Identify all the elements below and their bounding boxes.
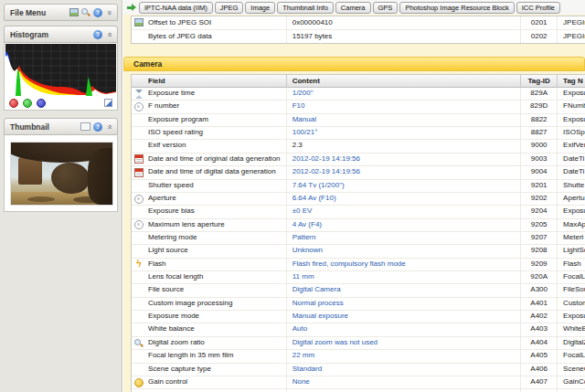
search-icon[interactable] — [81, 8, 90, 17]
help-icon[interactable]: ? — [93, 122, 102, 132]
magnifier-icon — [134, 339, 144, 348]
field-label: Exposure mode — [148, 312, 199, 320]
tag-id: 9000 — [521, 140, 558, 152]
tag-id: 9202 — [521, 193, 558, 205]
field-label: Exposure program — [148, 115, 208, 123]
camera-table: Field Content Tag-ID Tag N Exposure time… — [131, 74, 585, 392]
blue-channel-toggle[interactable] — [37, 99, 46, 108]
column-header-tag-id[interactable]: Tag-ID — [521, 75, 558, 88]
table-row[interactable]: Exif version2.39000ExifVer — [132, 140, 585, 153]
tag-name: Custom — [558, 298, 585, 310]
chevron-up-icon[interactable]: » — [105, 122, 114, 131]
field-label: Exposure bias — [148, 207, 195, 215]
chevron-down-icon[interactable]: » — [105, 8, 114, 16]
thumbnail-image[interactable] — [10, 142, 113, 206]
help-icon[interactable]: ? — [93, 8, 102, 17]
field-label: Metering mode — [148, 233, 197, 241]
photo-right-rock — [88, 148, 113, 205]
table-row[interactable]: Exposure programManual8822Exposu — [132, 114, 585, 127]
tab-camera[interactable]: Camera — [335, 2, 371, 14]
table-row[interactable]: Date and time of digital data generation… — [132, 166, 585, 179]
tag-name: FileSou — [558, 284, 585, 296]
table-row[interactable]: Light sourceUnknown9208LightSo — [132, 245, 585, 258]
tag-name: SceneC — [558, 364, 585, 376]
tag-name: Shutte — [558, 180, 585, 192]
table-row[interactable]: ISO speed rating100/21°8827ISOSpe — [132, 127, 585, 140]
table-row[interactable]: Digital zoom ratioDigital zoom was not u… — [132, 337, 585, 350]
tag-id: 9201 — [521, 180, 558, 192]
field-label: Light source — [148, 246, 188, 254]
field-value: 2.3 — [287, 140, 522, 152]
column-header-field[interactable]: Field — [132, 75, 287, 88]
red-channel-toggle[interactable] — [9, 99, 18, 108]
tag-id: 9209 — [521, 259, 558, 270]
jpeg-info-table: Offset to JPEG SOI0x000004100201JPEGInBy… — [131, 16, 585, 44]
histogram-plot — [5, 44, 116, 96]
table-row[interactable]: File sourceDigital CameraA300FileSou — [132, 284, 585, 297]
tag-name: Exposu — [558, 311, 585, 323]
field-value: Auto — [287, 323, 522, 335]
sidebar: File Menu ? » Histogram ? » — [0, 0, 122, 392]
green-channel-toggle[interactable] — [23, 99, 32, 108]
tag-name: Exposu — [558, 206, 585, 217]
histogram-panel-header[interactable]: Histogram ? » — [4, 26, 118, 43]
tab-thumbnail-info[interactable]: Thumbnail Info — [277, 2, 334, 14]
tab-bar: IPTC-NAA data (IIM)JPEGImageThumbnail In… — [123, 0, 585, 15]
table-row[interactable]: Lens focal length11 mm920AFocalL — [132, 271, 585, 284]
chevron-up-icon[interactable]: » — [105, 30, 114, 38]
tab-photoshop-image-resource-block[interactable]: Photoshop Image Resource Block — [399, 2, 514, 14]
file-menu-panel-header[interactable]: File Menu ? » — [4, 4, 118, 21]
table-row[interactable]: Focal length in 35 mm film22 mmA405Focal… — [132, 350, 585, 363]
table-row[interactable]: Offset to JPEG SOI0x000004100201JPEGIn — [132, 16, 585, 30]
image-icon[interactable] — [69, 8, 79, 16]
tag-name: ExifVer — [558, 140, 585, 152]
field-value: 100/21° — [287, 127, 522, 139]
aperture-icon — [134, 195, 144, 204]
column-header-content[interactable]: Content — [287, 75, 522, 88]
chart-icon[interactable] — [104, 99, 112, 107]
frame-icon[interactable] — [80, 122, 90, 131]
table-row[interactable]: Date and time of original data generatio… — [132, 154, 585, 166]
tab-gps[interactable]: GPS — [373, 2, 399, 14]
tag-name: DigitalZ — [558, 337, 585, 349]
table-row[interactable]: ϟFlashFlash fired, compulsory flash mode… — [132, 259, 585, 271]
help-icon[interactable]: ? — [93, 30, 102, 39]
table-row[interactable]: Metering modePattern9207Meteri — [132, 232, 585, 245]
hourglass-icon — [134, 90, 144, 99]
tag-name: FocalL — [558, 271, 585, 283]
table-row[interactable]: Shutter speed7.64 Tv (1/200")9201Shutte — [132, 180, 585, 193]
tag-id: 8822 — [521, 114, 558, 126]
table-row[interactable]: Exposure modeManual exposureA402Exposu — [132, 311, 585, 323]
field-value: Manual exposure — [287, 311, 522, 323]
column-header-tag-name[interactable]: Tag N — [558, 75, 585, 88]
table-row[interactable]: Maximum lens aperture4 Av (F4)9205MaxAp — [132, 219, 585, 232]
table-row[interactable]: Aperture6.64 Av (F10)9202Apertu — [132, 193, 585, 206]
camera-section-header[interactable]: Camera — [123, 57, 585, 71]
table-row[interactable]: Scene capture typeStandardA406SceneC — [132, 364, 585, 376]
thumbnail-panel-header[interactable]: Thumbnail ? » — [4, 118, 118, 135]
field-label: White balance — [148, 324, 195, 333]
tab-icc-profile[interactable]: ICC Profile — [516, 2, 560, 14]
tab-iptc-naa-data-iim[interactable]: IPTC-NAA data (IIM) — [139, 2, 213, 14]
tab-jpeg[interactable]: JPEG — [215, 2, 244, 14]
tag-id: 0201 — [521, 16, 558, 29]
table-row[interactable]: White balanceAutoA403WhiteB — [132, 323, 585, 336]
field-value: Pattern — [287, 232, 522, 244]
calendar-icon — [134, 154, 144, 164]
table-row[interactable]: Custom image processingNormal processA40… — [132, 298, 585, 311]
nav-arrow-icon[interactable] — [127, 4, 137, 12]
tag-id: 9208 — [521, 245, 558, 257]
field-value: Digital zoom was not used — [287, 337, 522, 349]
table-row[interactable]: Bytes of JPEG data15197 bytes0202JPEGIn — [132, 30, 585, 43]
tag-name: FocalLe — [558, 350, 585, 362]
table-row[interactable]: Exposure bias±0 EV9204Exposu — [132, 206, 585, 218]
table-row[interactable]: Exposure time1/200"829AExposu — [132, 88, 585, 101]
field-value: 1/200" — [287, 88, 522, 100]
tab-image[interactable]: Image — [245, 2, 275, 14]
tag-id: 8827 — [521, 127, 558, 139]
photo-boulder — [51, 163, 90, 194]
tag-name: FNumb — [558, 101, 585, 112]
table-row[interactable]: F numberF10829DFNumb — [132, 101, 585, 113]
table-row[interactable]: Gain controlNoneA407GainCo — [132, 376, 585, 389]
tag-id: 829D — [521, 101, 558, 112]
